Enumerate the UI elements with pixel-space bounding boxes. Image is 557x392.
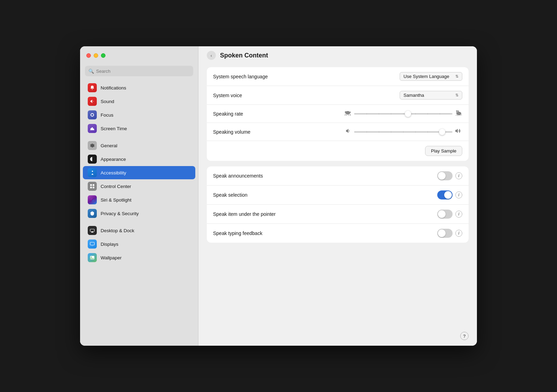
content-area: System speech languageUse System Languag… — [198, 64, 477, 332]
svg-rect-1 — [92, 127, 93, 130]
label-speak-selection: Speak selection — [213, 192, 437, 198]
svg-rect-8 — [90, 187, 92, 188]
search-bar[interactable]: 🔍 — [85, 66, 193, 76]
slider-thumb-speaking-rate[interactable] — [405, 111, 411, 117]
slider-right-icon-speaking-rate — [455, 110, 462, 118]
sidebar-item-focus[interactable]: Focus — [83, 108, 195, 121]
label-speaking-rate: Speaking rate — [213, 111, 344, 117]
svg-line-22 — [350, 114, 351, 116]
maximize-button[interactable] — [101, 53, 105, 58]
label-speak-pointer: Speak item under the pointer — [213, 211, 437, 217]
info-button-speak-announcements[interactable]: i — [455, 172, 462, 179]
svg-rect-12 — [91, 232, 94, 233]
sound-icon — [88, 97, 97, 106]
card-speak-settings: Speak announcementsiSpeak selectioniSpea… — [207, 166, 469, 243]
svg-rect-13 — [90, 242, 94, 245]
row-speaking-rate: Speaking rate — [207, 105, 469, 123]
slider-thumb-speaking-volume[interactable] — [439, 129, 445, 135]
sidebar-item-wallpaper[interactable]: Wallpaper — [83, 251, 195, 264]
toggle-speak-pointer[interactable] — [437, 210, 453, 219]
svg-rect-6 — [90, 184, 92, 186]
svg-line-28 — [461, 115, 462, 115]
slider-speaking-volume[interactable] — [345, 128, 462, 136]
focus-icon — [88, 110, 97, 119]
sidebar-item-displays[interactable]: Displays — [83, 237, 195, 251]
sidebar-item-label-wallpaper: Wallpaper — [101, 255, 121, 260]
svg-rect-2 — [91, 128, 92, 130]
desktop-icon — [88, 226, 97, 235]
svg-point-5 — [92, 171, 93, 172]
info-button-speak-typing[interactable]: i — [455, 230, 462, 237]
row-speaking-volume: Speaking volume — [207, 123, 469, 141]
sidebar-item-accessibility[interactable]: Accessibility — [83, 166, 195, 179]
row-speak-pointer: Speak item under the pointeri — [207, 205, 469, 224]
sidebar-item-siri[interactable]: Siri & Spotlight — [83, 193, 195, 206]
toggle-speak-typing[interactable] — [437, 229, 453, 238]
sidebar-item-label-privacy: Privacy & Security — [101, 211, 139, 216]
svg-rect-11 — [92, 232, 93, 232]
content-header: ‹ Spoken Content — [198, 46, 477, 64]
sidebar-item-general[interactable]: General — [83, 139, 195, 152]
svg-line-25 — [456, 115, 456, 116]
bottom-bar: ? — [198, 332, 477, 346]
row-speak-selection: Speak selectioni — [207, 186, 469, 205]
svg-line-27 — [460, 115, 460, 116]
sidebar-item-label-notifications: Notifications — [101, 85, 126, 91]
sidebar-item-screentime[interactable]: Screen Time — [83, 122, 195, 135]
general-icon — [88, 141, 97, 150]
close-button[interactable] — [86, 53, 91, 58]
info-button-speak-selection[interactable]: i — [455, 191, 462, 198]
svg-line-21 — [349, 115, 349, 116]
dropdown-system-voice[interactable]: Samantha⇅ — [400, 91, 462, 100]
toggle-speak-announcements[interactable] — [437, 171, 453, 180]
slider-track-speaking-volume[interactable] — [354, 131, 452, 133]
toggle-knob-speak-selection — [444, 191, 452, 199]
control-speak-selection: i — [437, 190, 462, 199]
play-sample-button[interactable]: Play Sample — [425, 146, 462, 156]
minimize-button[interactable] — [94, 53, 98, 58]
sidebar-item-sound[interactable]: Sound — [83, 95, 195, 108]
sidebar-item-controlcenter[interactable]: Control Center — [83, 180, 195, 193]
search-input[interactable] — [96, 69, 190, 74]
dropdown-arrows-icon: ⇅ — [455, 93, 458, 97]
page-title: Spoken Content — [220, 52, 268, 59]
svg-point-14 — [92, 245, 92, 246]
toggle-speak-selection[interactable] — [437, 190, 453, 199]
card-voice-settings: System speech languageUse System Languag… — [207, 67, 469, 161]
info-button-speak-pointer[interactable]: i — [455, 211, 462, 218]
control-speak-pointer: i — [437, 210, 462, 219]
svg-point-18 — [345, 111, 347, 113]
row-system-voice: System voiceSamantha⇅ — [207, 86, 469, 105]
dropdown-speech-language[interactable]: Use System Language⇅ — [400, 72, 462, 81]
svg-rect-9 — [93, 187, 94, 188]
toggle-knob-speak-typing — [438, 229, 446, 237]
sidebar-item-label-focus: Focus — [101, 112, 113, 118]
wallpaper-icon — [88, 253, 97, 262]
sidebar-item-notifications[interactable]: Notifications — [83, 81, 195, 94]
main-window: 🔍 NotificationsSoundFocusScreen TimeGene… — [80, 46, 477, 346]
sidebar-list: NotificationsSoundFocusScreen TimeGenera… — [80, 80, 198, 346]
svg-rect-0 — [90, 130, 94, 130]
help-button[interactable]: ? — [460, 332, 469, 340]
sidebar-item-label-sound: Sound — [101, 99, 114, 104]
title-bar — [80, 46, 198, 64]
sidebar-item-appearance[interactable]: Appearance — [83, 152, 195, 166]
sidebar-item-privacy[interactable]: Privacy & Security — [83, 207, 195, 220]
search-icon: 🔍 — [88, 69, 94, 74]
appearance-icon — [88, 155, 97, 164]
svg-rect-3 — [93, 128, 94, 130]
svg-rect-7 — [93, 184, 94, 186]
control-speak-announcements: i — [437, 171, 462, 180]
screentime-icon — [88, 124, 97, 133]
slider-speaking-rate[interactable] — [344, 110, 462, 118]
dropdown-arrows-icon: ⇅ — [455, 74, 458, 79]
back-button[interactable]: ‹ — [207, 51, 216, 60]
sidebar-item-label-controlcenter: Control Center — [101, 184, 131, 189]
label-speech-language: System speech language — [213, 74, 400, 79]
slider-track-speaking-rate[interactable] — [354, 113, 452, 115]
sidebar-item-desktop[interactable]: Desktop & Dock — [83, 224, 195, 237]
notifications-icon — [88, 83, 97, 92]
label-speaking-volume: Speaking volume — [213, 129, 345, 135]
displays-icon — [88, 240, 97, 249]
sidebar-item-label-general: General — [101, 143, 117, 148]
